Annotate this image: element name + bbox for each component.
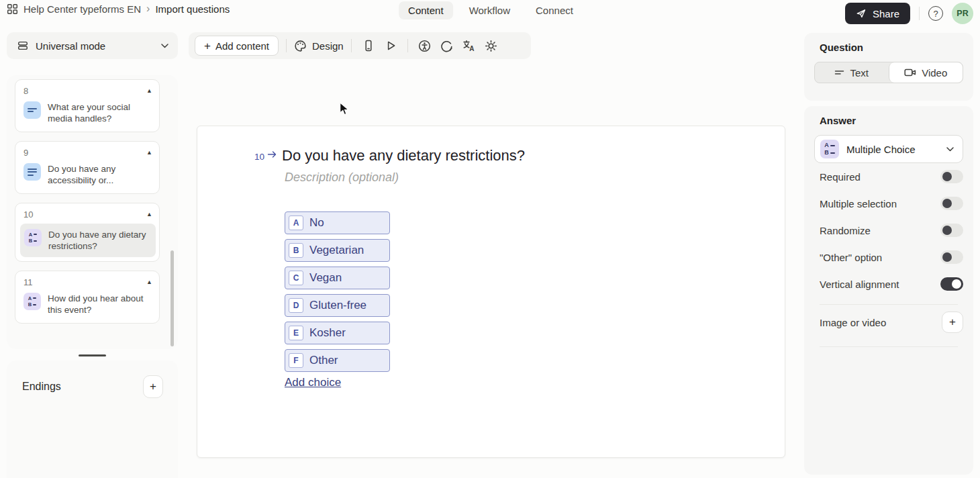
text-lines-icon (834, 69, 844, 76)
question-list-panel: 8 ▲ What are your social media handles? … (7, 75, 178, 349)
endings-label: Endings (22, 381, 61, 393)
question-number: 9 (23, 148, 28, 158)
chevron-down-icon (161, 44, 168, 48)
preview-play-icon[interactable] (381, 36, 400, 55)
choice-option-f[interactable]: F Other (285, 349, 390, 372)
avatar[interactable]: PR (952, 3, 973, 24)
collapse-icon[interactable]: ▲ (146, 211, 152, 218)
image-or-video-row: Image or video + (814, 305, 963, 340)
question-title-input[interactable]: Do you have any dietary restrictions? (282, 147, 525, 164)
question-card-10[interactable]: 10 ▲ Do you have any dietary restriction… (15, 203, 160, 262)
question-card-title: Do you have any accessibility or... (48, 163, 152, 186)
choice-list: A No B Vegetarian C Vegan D Gluten-free … (285, 211, 390, 377)
vertical-alignment-row: Vertical alignment (814, 271, 963, 297)
tab-connect[interactable]: Connect (526, 1, 583, 19)
choice-key-badge: A (289, 216, 303, 230)
breadcrumb-workspace[interactable]: Help Center typeforms EN (23, 3, 141, 15)
choice-key-badge: D (289, 298, 303, 313)
tab-workflow[interactable]: Workflow (460, 1, 520, 19)
mobile-preview-icon[interactable] (359, 36, 378, 55)
choice-key-badge: F (289, 353, 303, 368)
answer-type-dropdown[interactable]: Multiple Choice (814, 135, 963, 163)
required-toggle[interactable] (940, 170, 963, 183)
panel-resize-handle[interactable] (79, 354, 106, 356)
multiple-selection-toggle[interactable] (940, 197, 963, 210)
description-placeholder[interactable]: Description (optional) (285, 171, 399, 185)
image-or-video-label: Image or video (820, 317, 886, 328)
breadcrumb: Help Center typeforms EN › Import questi… (7, 3, 230, 15)
choice-label: Gluten-free (309, 299, 366, 312)
vertical-alignment-toggle[interactable] (940, 277, 963, 291)
add-image-or-video-button[interactable]: + (942, 312, 963, 333)
question-canvas: 10 Do you have any dietary restrictions?… (197, 126, 785, 458)
mode-label: Universal mode (36, 40, 105, 52)
choice-key-badge: C (289, 271, 303, 285)
tab-content[interactable]: Content (399, 1, 453, 19)
content-toolbar: + Add content Design (189, 32, 531, 59)
topbar-divider (919, 7, 920, 20)
top-bar: Help Center typeforms EN › Import questi… (0, 0, 980, 30)
question-card-title: What are your social media handles? (48, 101, 152, 124)
choice-option-e[interactable]: E Kosher (285, 322, 390, 344)
top-right-cluster: Share ? PR (845, 3, 973, 24)
choice-option-b[interactable]: B Vegetarian (285, 239, 390, 262)
plus-icon: + (204, 40, 211, 52)
other-option-row: "Other" option (814, 244, 963, 271)
answer-settings-card: Answer Multiple Choice Required Multiple… (804, 106, 973, 475)
choice-option-c[interactable]: C Vegan (285, 267, 390, 289)
share-button-label: Share (873, 8, 899, 19)
choice-option-d[interactable]: D Gluten-free (285, 294, 390, 317)
mode-dropdown[interactable]: Universal mode (7, 32, 178, 59)
share-button[interactable]: Share (845, 3, 910, 24)
panel-divider (820, 346, 958, 347)
choice-label: Other (309, 354, 338, 367)
text-segment[interactable]: Text (815, 62, 889, 83)
question-card-9[interactable]: 9 ▲ Do you have any accessibility or... (15, 141, 160, 194)
short-text-icon (23, 101, 41, 119)
question-number: 10 (23, 209, 33, 220)
randomize-label: Randomize (820, 225, 871, 236)
svg-text:A: A (469, 45, 474, 52)
long-text-icon (23, 163, 41, 181)
randomize-row: Randomize (814, 217, 963, 244)
send-icon (856, 8, 867, 19)
accessibility-icon[interactable] (415, 36, 434, 55)
add-ending-button[interactable]: + (143, 375, 163, 398)
collapse-icon[interactable]: ▲ (146, 279, 152, 285)
add-choice-link[interactable]: Add choice (285, 376, 341, 389)
design-button[interactable]: Design (294, 40, 344, 52)
collapse-icon[interactable]: ▲ (146, 150, 152, 156)
other-option-toggle[interactable] (940, 250, 963, 264)
question-card-11[interactable]: 11 ▲ How did you hear about this event? (15, 271, 160, 324)
arrow-right-icon (267, 150, 277, 158)
multiple-choice-icon (820, 140, 839, 158)
choice-key-badge: E (289, 326, 303, 340)
choice-option-a[interactable]: A No (285, 211, 390, 234)
answer-type-value: Multiple Choice (846, 144, 939, 155)
choice-label: Vegan (309, 271, 342, 285)
palette-icon (294, 40, 307, 52)
toolbar-divider (286, 39, 287, 52)
choice-label: Kosher (309, 326, 346, 340)
breadcrumb-form-name[interactable]: Import questions (155, 3, 230, 15)
mouse-cursor (339, 102, 350, 115)
recall-information-icon[interactable] (438, 36, 456, 55)
translate-icon[interactable]: A (460, 36, 479, 55)
randomize-toggle[interactable] (940, 224, 963, 237)
main-tabs: Content Workflow Connect (399, 1, 583, 19)
workspace-grid-icon[interactable] (7, 3, 18, 15)
multiple-selection-label: Multiple selection (820, 198, 897, 209)
collapse-icon[interactable]: ▲ (146, 88, 152, 94)
help-icon[interactable]: ? (928, 6, 943, 21)
settings-gear-icon[interactable] (482, 36, 501, 55)
question-number: 8 (23, 86, 28, 96)
toolbar-divider (407, 39, 408, 52)
question-list-scrollbar[interactable] (170, 250, 174, 346)
add-content-button[interactable]: + Add content (195, 36, 279, 56)
video-segment[interactable]: Video (889, 62, 963, 83)
question-card-8[interactable]: 8 ▲ What are your social media handles? (15, 79, 160, 132)
question-number: 11 (23, 277, 33, 287)
layers-icon (17, 40, 28, 51)
text-video-toggle: Text Video (814, 62, 963, 83)
question-index: 10 (254, 152, 264, 162)
